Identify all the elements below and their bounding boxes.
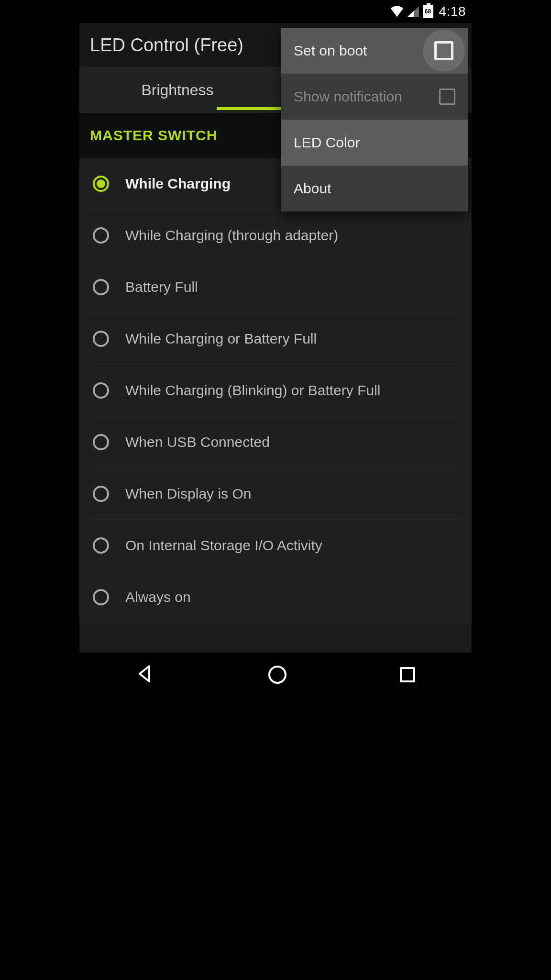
status-bar: 68 4:18 bbox=[79, 0, 472, 23]
tab-indicator bbox=[217, 107, 283, 110]
option-label: When Display is On bbox=[125, 486, 251, 502]
checkbox-icon[interactable] bbox=[439, 89, 455, 105]
menu-item-set-on-boot[interactable]: Set on boot bbox=[281, 28, 468, 74]
option-label: While Charging or Battery Full bbox=[125, 331, 317, 347]
radio-icon bbox=[93, 227, 109, 244]
option-charging-or-full[interactable]: While Charging or Battery Full bbox=[90, 313, 461, 365]
option-label: When USB Connected bbox=[125, 434, 270, 450]
option-label: Always on bbox=[125, 589, 191, 605]
radio-icon bbox=[93, 331, 109, 347]
circle-icon bbox=[268, 666, 287, 684]
option-label: While Charging (through adapter) bbox=[125, 227, 338, 244]
square-icon bbox=[400, 667, 415, 682]
checkbox-icon[interactable] bbox=[434, 41, 453, 60]
option-label: Battery Full bbox=[125, 279, 198, 295]
options-list: While Charging While Charging (through a… bbox=[79, 158, 472, 623]
tab-brightness[interactable]: Brightness bbox=[79, 67, 276, 113]
cell-signal-icon bbox=[408, 6, 419, 17]
menu-item-label: About bbox=[294, 180, 331, 197]
radio-icon bbox=[93, 434, 109, 450]
checkbox-touch-ripple bbox=[423, 30, 465, 72]
menu-item-label: LED Color bbox=[294, 134, 360, 151]
wifi-icon bbox=[390, 6, 404, 17]
option-while-charging-adapter[interactable]: While Charging (through adapter) bbox=[90, 210, 461, 261]
menu-item-about[interactable]: About bbox=[281, 166, 468, 212]
menu-item-label: Show notification bbox=[294, 89, 402, 105]
menu-item-led-color[interactable]: LED Color bbox=[281, 120, 468, 166]
radio-icon bbox=[93, 486, 109, 502]
radio-icon bbox=[93, 537, 109, 554]
option-battery-full[interactable]: Battery Full bbox=[90, 261, 461, 313]
radio-icon bbox=[93, 382, 109, 399]
nav-recent-button[interactable] bbox=[400, 667, 415, 682]
option-label: On Internal Storage I/O Activity bbox=[125, 537, 322, 554]
option-display-on[interactable]: When Display is On bbox=[90, 468, 461, 520]
option-charging-blinking-or-full[interactable]: While Charging (Blinking) or Battery Ful… bbox=[90, 365, 461, 416]
radio-icon bbox=[93, 279, 109, 295]
app-title: LED Control (Free) bbox=[90, 35, 243, 56]
option-label: While Charging bbox=[125, 176, 231, 192]
radio-icon bbox=[93, 589, 109, 605]
overflow-menu: Set on boot Show notification LED Color … bbox=[281, 28, 468, 212]
menu-item-show-notification[interactable]: Show notification bbox=[281, 74, 468, 120]
battery-percent: 68 bbox=[425, 8, 431, 15]
tab-label: Brightness bbox=[141, 81, 213, 99]
nav-home-button[interactable] bbox=[268, 666, 287, 684]
option-usb-connected[interactable]: When USB Connected bbox=[90, 416, 461, 468]
battery-icon: 68 bbox=[423, 5, 433, 18]
option-label: While Charging (Blinking) or Battery Ful… bbox=[125, 382, 381, 399]
menu-item-label: Set on boot bbox=[294, 43, 367, 59]
option-always-on[interactable]: Always on bbox=[90, 571, 461, 623]
android-nav-bar bbox=[79, 653, 472, 697]
option-internal-storage-io[interactable]: On Internal Storage I/O Activity bbox=[90, 520, 461, 571]
app-window: 68 4:18 LED Control (Free) Brightness MA… bbox=[79, 0, 472, 697]
radio-icon bbox=[93, 176, 109, 192]
clock: 4:18 bbox=[439, 4, 466, 19]
nav-back-button[interactable] bbox=[136, 664, 155, 685]
